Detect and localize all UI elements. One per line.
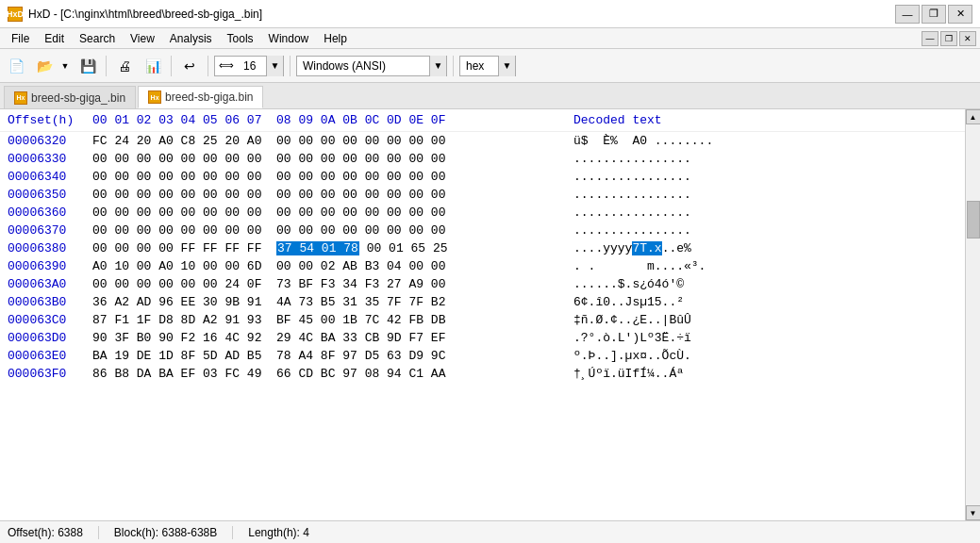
menu-view[interactable]: View (123, 30, 162, 47)
restore-button[interactable]: ❐ (922, 5, 946, 24)
status-bar: Offset(h): 6388 Block(h): 6388-638B Leng… (0, 520, 980, 543)
status-block: Block(h): 6388-638B (114, 526, 233, 539)
menu-edit[interactable]: Edit (37, 30, 72, 47)
row-decoded: ................ (573, 170, 957, 184)
save-button[interactable]: 💾 (75, 54, 100, 78)
open-dropdown[interactable]: ▼ (58, 54, 72, 78)
tab-breed-sb-giga-bin-underscore[interactable]: Hx breed-sb-giga_.bin (4, 86, 136, 108)
row-decoded: ü$ È% A0 ........ (573, 134, 957, 148)
hex-row[interactable]: 00006360 00 00 00 00 00 00 00 00 00 00 0… (0, 204, 965, 222)
row-offset: 00006320 (8, 134, 92, 148)
hex-row[interactable]: 00006340 00 00 00 00 00 00 00 00 00 00 0… (0, 168, 965, 186)
row-offset: 00006380 (8, 241, 92, 255)
title-bar: HxD HxD - [C:\nginx\html\breed\breed-sb-… (0, 0, 980, 28)
row-offset: 000063E0 (8, 349, 92, 363)
header-offset: Offset(h) (8, 113, 92, 127)
scroll-down-button[interactable]: ▼ (966, 505, 981, 520)
print-button[interactable]: 🖨 (112, 54, 137, 78)
row-decoded: †¸Úºï.üIfÍ¼..Áª (573, 367, 957, 381)
scrollbar-thumb[interactable] (967, 201, 980, 239)
scrollbar[interactable]: ▲ ▼ (965, 109, 980, 520)
close-button[interactable]: ✕ (948, 5, 972, 24)
row-bytes: 00 00 00 00 00 00 00 00 00 00 00 00 00 0… (92, 223, 573, 238)
row-decoded: º.Þ..].µx¤..ÕcÙ. (573, 349, 957, 363)
tab-label-2: breed-sb-giga.bin (165, 90, 253, 104)
menu-search[interactable]: Search (72, 30, 123, 47)
format-arrow[interactable]: ▼ (498, 56, 515, 76)
menu-minimize-btn[interactable]: — (922, 31, 938, 46)
encoding-arrow[interactable]: ▼ (429, 56, 446, 76)
main-content: Offset(h) 00 01 02 03 04 05 06 07 08 09 … (0, 109, 980, 520)
row-offset: 000063F0 (8, 367, 92, 381)
row-bytes: 36 A2 AD 96 EE 30 9B 91 4A 73 B5 31 35 7… (92, 295, 573, 309)
hex-row[interactable]: 00006330 00 00 00 00 00 00 00 00 00 00 0… (0, 150, 965, 168)
hex-row[interactable]: 000063B0 36 A2 AD 96 EE 30 9B 91 4A 73 B… (0, 293, 965, 311)
row-bytes: 00 00 00 00 00 00 00 00 00 00 00 00 00 0… (92, 188, 573, 202)
encoding-value: Windows (ANSI) (297, 59, 429, 73)
tab-icon-1: Hx (14, 91, 27, 105)
row-bytes: A0 10 00 A0 10 00 00 6D 00 00 02 AB B3 0… (92, 259, 573, 273)
columns-value: 16 (238, 59, 266, 73)
row-decoded: ‡ñ.Ø.¢..¿E..|BûÛ (573, 313, 957, 327)
status-offset-value: 6388 (58, 526, 83, 539)
hex-row[interactable]: 000063C0 87 F1 1F D8 8D A2 91 93 BF 45 0… (0, 311, 965, 329)
hex-row[interactable]: 000063F0 86 B8 DA BA EF 03 FC 49 66 CD B… (0, 365, 965, 383)
row-decoded: ................ (573, 188, 957, 202)
tab-breed-sb-giga-bin[interactable]: Hx breed-sb-giga.bin (138, 86, 263, 108)
separator-4 (290, 56, 291, 76)
row-decoded: . . m....«³. (573, 259, 957, 273)
hex-row[interactable]: 00006320 FC 24 20 A0 C8 25 20 A0 00 00 0… (0, 132, 965, 150)
window-title: HxD - [C:\nginx\html\breed\breed-sb-giga… (28, 8, 262, 21)
menu-close-btn[interactable]: ✕ (959, 31, 976, 46)
row-bytes: 00 00 00 00 00 00 24 0F 73 BF F3 34 F3 2… (92, 277, 573, 291)
row-decoded: ....yyyy7T.x..e% (573, 241, 957, 255)
header-decoded: Decoded text (573, 113, 957, 127)
menu-help[interactable]: Help (316, 30, 355, 47)
row-bytes: BA 19 DE 1D 8F 5D AD B5 78 A4 8F 97 D5 6… (92, 349, 573, 363)
hex-view[interactable]: Offset(h) 00 01 02 03 04 05 06 07 08 09 … (0, 109, 965, 520)
format-dropdown[interactable]: hex ▼ (459, 56, 516, 76)
row-bytes: 87 F1 1F D8 8D A2 91 93 BF 45 00 1B 7C 4… (92, 313, 573, 327)
hex-row[interactable]: 00006390 A0 10 00 A0 10 00 00 6D 00 00 0… (0, 257, 965, 275)
row-bytes: 00 00 00 00 00 00 00 00 00 00 00 00 00 0… (92, 206, 573, 220)
hex-row[interactable]: 000063E0 BA 19 DE 1D 8F 5D AD B5 78 A4 8… (0, 347, 965, 365)
hex-row[interactable]: 000063D0 90 3F B0 90 F2 16 4C 92 29 4C B… (0, 329, 965, 347)
menu-window[interactable]: Window (261, 30, 317, 47)
export-button[interactable]: 📊 (141, 54, 165, 78)
row-bytes: FC 24 20 A0 C8 25 20 A0 00 00 00 00 00 0… (92, 134, 573, 148)
menu-file[interactable]: File (4, 30, 37, 47)
row-bytes: 00 00 00 00 00 00 00 00 00 00 00 00 00 0… (92, 170, 573, 184)
header-bytes: 00 01 02 03 04 05 06 07 08 09 0A 0B 0C 0… (92, 113, 573, 127)
hex-header: Offset(h) 00 01 02 03 04 05 06 07 08 09 … (0, 109, 965, 132)
format-value: hex (460, 59, 498, 73)
undo-button[interactable]: ↩ (177, 54, 202, 78)
toolbar: 📄 📂 ▼ 💾 🖨 📊 ↩ ⟺ 16 ▼ Windows (ANSI) ▼ he… (0, 49, 980, 83)
hex-row[interactable]: 00006370 00 00 00 00 00 00 00 00 00 00 0… (0, 222, 965, 239)
row-offset: 00006330 (8, 152, 92, 166)
scrollbar-track[interactable] (966, 124, 980, 505)
title-bar-left: HxD HxD - [C:\nginx\html\breed\breed-sb-… (8, 7, 262, 22)
scroll-up-button[interactable]: ▲ (966, 109, 981, 124)
tab-bar: Hx breed-sb-giga_.bin Hx breed-sb-giga.b… (0, 83, 980, 109)
menu-restore-btn[interactable]: ❐ (940, 31, 957, 46)
hex-row[interactable]: 000063A0 00 00 00 00 00 00 24 0F 73 BF F… (0, 275, 965, 293)
tab-icon-2: Hx (148, 90, 161, 104)
minimize-button[interactable]: — (895, 5, 920, 24)
row-decoded: ................ (573, 152, 957, 166)
separator-2 (171, 56, 172, 76)
new-button[interactable]: 📄 (4, 54, 28, 78)
row-decoded: ................ (573, 206, 957, 220)
row-offset: 000063A0 (8, 277, 92, 291)
row-decoded: ................ (573, 223, 957, 238)
hex-row[interactable]: 00006350 00 00 00 00 00 00 00 00 00 00 0… (0, 186, 965, 204)
status-length-label: Length(h): (248, 526, 300, 539)
hex-row-selected[interactable]: 00006380 00 00 00 00 FF FF FF FF 37 54 0… (0, 239, 965, 257)
open-button[interactable]: 📂 (32, 54, 57, 78)
row-decoded: 6¢­.î0..Jsµ15..² (573, 295, 957, 309)
menu-analysis[interactable]: Analysis (162, 30, 220, 47)
row-bytes: 86 B8 DA BA EF 03 FC 49 66 CD BC 97 08 9… (92, 367, 573, 381)
columns-arrow[interactable]: ▼ (266, 56, 283, 76)
columns-dropdown[interactable]: ⟺ 16 ▼ (214, 56, 284, 76)
encoding-dropdown[interactable]: Windows (ANSI) ▼ (296, 56, 447, 76)
menu-tools[interactable]: Tools (220, 30, 261, 47)
